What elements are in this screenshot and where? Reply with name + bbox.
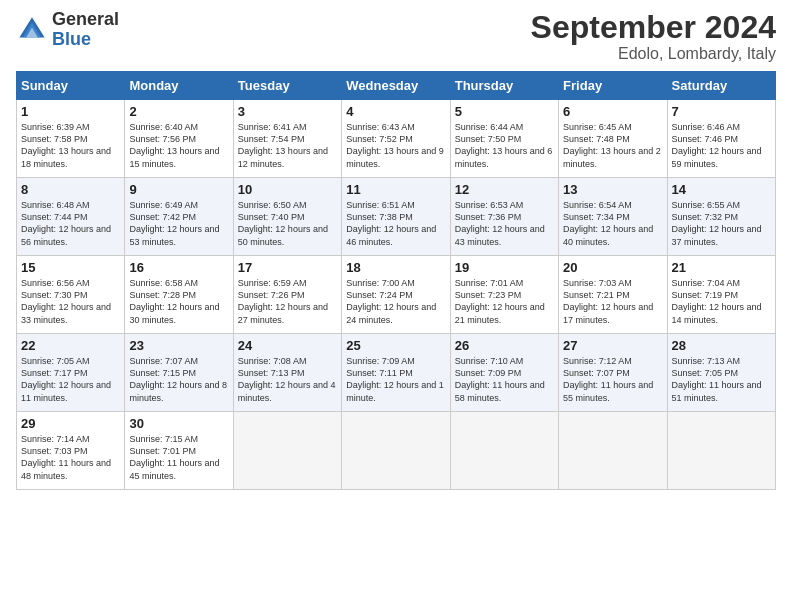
day-cell: 7 Sunrise: 6:46 AM Sunset: 7:46 PM Dayli… <box>667 100 775 178</box>
day-info: Sunrise: 6:40 AM Sunset: 7:56 PM Dayligh… <box>129 121 228 170</box>
header: General Blue September 2024 Edolo, Lomba… <box>16 10 776 63</box>
day-number: 28 <box>672 338 771 353</box>
logo-general-text: General <box>52 10 119 30</box>
day-cell: 26 Sunrise: 7:10 AM Sunset: 7:09 PM Dayl… <box>450 334 558 412</box>
day-cell: 29 Sunrise: 7:14 AM Sunset: 7:03 PM Dayl… <box>17 412 125 490</box>
day-cell: 15 Sunrise: 6:56 AM Sunset: 7:30 PM Dayl… <box>17 256 125 334</box>
day-cell: 4 Sunrise: 6:43 AM Sunset: 7:52 PM Dayli… <box>342 100 450 178</box>
day-cell <box>342 412 450 490</box>
day-cell: 12 Sunrise: 6:53 AM Sunset: 7:36 PM Dayl… <box>450 178 558 256</box>
day-info: Sunrise: 6:59 AM Sunset: 7:26 PM Dayligh… <box>238 277 337 326</box>
day-number: 26 <box>455 338 554 353</box>
day-cell: 24 Sunrise: 7:08 AM Sunset: 7:13 PM Dayl… <box>233 334 341 412</box>
week-row-2: 8 Sunrise: 6:48 AM Sunset: 7:44 PM Dayli… <box>17 178 776 256</box>
calendar-table: Sunday Monday Tuesday Wednesday Thursday… <box>16 71 776 490</box>
day-cell: 28 Sunrise: 7:13 AM Sunset: 7:05 PM Dayl… <box>667 334 775 412</box>
day-number: 22 <box>21 338 120 353</box>
day-number: 5 <box>455 104 554 119</box>
day-cell: 19 Sunrise: 7:01 AM Sunset: 7:23 PM Dayl… <box>450 256 558 334</box>
location: Edolo, Lombardy, Italy <box>531 45 776 63</box>
day-info: Sunrise: 6:55 AM Sunset: 7:32 PM Dayligh… <box>672 199 771 248</box>
day-cell: 3 Sunrise: 6:41 AM Sunset: 7:54 PM Dayli… <box>233 100 341 178</box>
day-info: Sunrise: 6:58 AM Sunset: 7:28 PM Dayligh… <box>129 277 228 326</box>
day-info: Sunrise: 7:01 AM Sunset: 7:23 PM Dayligh… <box>455 277 554 326</box>
day-cell <box>233 412 341 490</box>
col-wednesday: Wednesday <box>342 72 450 100</box>
week-row-1: 1 Sunrise: 6:39 AM Sunset: 7:58 PM Dayli… <box>17 100 776 178</box>
day-number: 8 <box>21 182 120 197</box>
day-cell: 20 Sunrise: 7:03 AM Sunset: 7:21 PM Dayl… <box>559 256 667 334</box>
col-sunday: Sunday <box>17 72 125 100</box>
day-number: 16 <box>129 260 228 275</box>
col-tuesday: Tuesday <box>233 72 341 100</box>
day-number: 27 <box>563 338 662 353</box>
day-number: 25 <box>346 338 445 353</box>
day-number: 7 <box>672 104 771 119</box>
day-number: 21 <box>672 260 771 275</box>
day-cell <box>667 412 775 490</box>
day-number: 24 <box>238 338 337 353</box>
logo-icon <box>16 14 48 46</box>
day-cell: 27 Sunrise: 7:12 AM Sunset: 7:07 PM Dayl… <box>559 334 667 412</box>
day-number: 20 <box>563 260 662 275</box>
day-cell: 9 Sunrise: 6:49 AM Sunset: 7:42 PM Dayli… <box>125 178 233 256</box>
day-cell: 11 Sunrise: 6:51 AM Sunset: 7:38 PM Dayl… <box>342 178 450 256</box>
logo-blue-text: Blue <box>52 30 119 50</box>
day-info: Sunrise: 6:49 AM Sunset: 7:42 PM Dayligh… <box>129 199 228 248</box>
day-number: 19 <box>455 260 554 275</box>
day-cell <box>450 412 558 490</box>
day-number: 4 <box>346 104 445 119</box>
day-cell: 21 Sunrise: 7:04 AM Sunset: 7:19 PM Dayl… <box>667 256 775 334</box>
day-info: Sunrise: 6:46 AM Sunset: 7:46 PM Dayligh… <box>672 121 771 170</box>
day-info: Sunrise: 7:00 AM Sunset: 7:24 PM Dayligh… <box>346 277 445 326</box>
day-info: Sunrise: 6:43 AM Sunset: 7:52 PM Dayligh… <box>346 121 445 170</box>
logo: General Blue <box>16 10 119 50</box>
day-cell: 2 Sunrise: 6:40 AM Sunset: 7:56 PM Dayli… <box>125 100 233 178</box>
day-number: 1 <box>21 104 120 119</box>
week-row-3: 15 Sunrise: 6:56 AM Sunset: 7:30 PM Dayl… <box>17 256 776 334</box>
day-info: Sunrise: 6:56 AM Sunset: 7:30 PM Dayligh… <box>21 277 120 326</box>
day-cell: 10 Sunrise: 6:50 AM Sunset: 7:40 PM Dayl… <box>233 178 341 256</box>
day-info: Sunrise: 6:41 AM Sunset: 7:54 PM Dayligh… <box>238 121 337 170</box>
day-number: 12 <box>455 182 554 197</box>
day-info: Sunrise: 7:09 AM Sunset: 7:11 PM Dayligh… <box>346 355 445 404</box>
day-number: 11 <box>346 182 445 197</box>
day-info: Sunrise: 6:45 AM Sunset: 7:48 PM Dayligh… <box>563 121 662 170</box>
day-number: 18 <box>346 260 445 275</box>
day-info: Sunrise: 7:08 AM Sunset: 7:13 PM Dayligh… <box>238 355 337 404</box>
day-info: Sunrise: 7:12 AM Sunset: 7:07 PM Dayligh… <box>563 355 662 404</box>
day-number: 14 <box>672 182 771 197</box>
day-number: 13 <box>563 182 662 197</box>
day-cell: 14 Sunrise: 6:55 AM Sunset: 7:32 PM Dayl… <box>667 178 775 256</box>
day-cell: 30 Sunrise: 7:15 AM Sunset: 7:01 PM Dayl… <box>125 412 233 490</box>
col-saturday: Saturday <box>667 72 775 100</box>
day-cell: 23 Sunrise: 7:07 AM Sunset: 7:15 PM Dayl… <box>125 334 233 412</box>
day-cell: 17 Sunrise: 6:59 AM Sunset: 7:26 PM Dayl… <box>233 256 341 334</box>
day-number: 30 <box>129 416 228 431</box>
page: General Blue September 2024 Edolo, Lomba… <box>0 0 792 612</box>
col-friday: Friday <box>559 72 667 100</box>
day-cell: 22 Sunrise: 7:05 AM Sunset: 7:17 PM Dayl… <box>17 334 125 412</box>
day-info: Sunrise: 6:53 AM Sunset: 7:36 PM Dayligh… <box>455 199 554 248</box>
day-number: 10 <box>238 182 337 197</box>
day-cell: 18 Sunrise: 7:00 AM Sunset: 7:24 PM Dayl… <box>342 256 450 334</box>
day-number: 2 <box>129 104 228 119</box>
day-info: Sunrise: 7:07 AM Sunset: 7:15 PM Dayligh… <box>129 355 228 404</box>
day-number: 23 <box>129 338 228 353</box>
day-cell: 25 Sunrise: 7:09 AM Sunset: 7:11 PM Dayl… <box>342 334 450 412</box>
week-row-4: 22 Sunrise: 7:05 AM Sunset: 7:17 PM Dayl… <box>17 334 776 412</box>
day-number: 3 <box>238 104 337 119</box>
day-info: Sunrise: 7:04 AM Sunset: 7:19 PM Dayligh… <box>672 277 771 326</box>
day-info: Sunrise: 7:15 AM Sunset: 7:01 PM Dayligh… <box>129 433 228 482</box>
day-number: 9 <box>129 182 228 197</box>
col-monday: Monday <box>125 72 233 100</box>
day-cell: 13 Sunrise: 6:54 AM Sunset: 7:34 PM Dayl… <box>559 178 667 256</box>
day-info: Sunrise: 7:03 AM Sunset: 7:21 PM Dayligh… <box>563 277 662 326</box>
col-thursday: Thursday <box>450 72 558 100</box>
logo-text: General Blue <box>52 10 119 50</box>
day-info: Sunrise: 6:44 AM Sunset: 7:50 PM Dayligh… <box>455 121 554 170</box>
day-cell <box>559 412 667 490</box>
month-title: September 2024 <box>531 10 776 45</box>
day-info: Sunrise: 7:14 AM Sunset: 7:03 PM Dayligh… <box>21 433 120 482</box>
day-info: Sunrise: 6:48 AM Sunset: 7:44 PM Dayligh… <box>21 199 120 248</box>
